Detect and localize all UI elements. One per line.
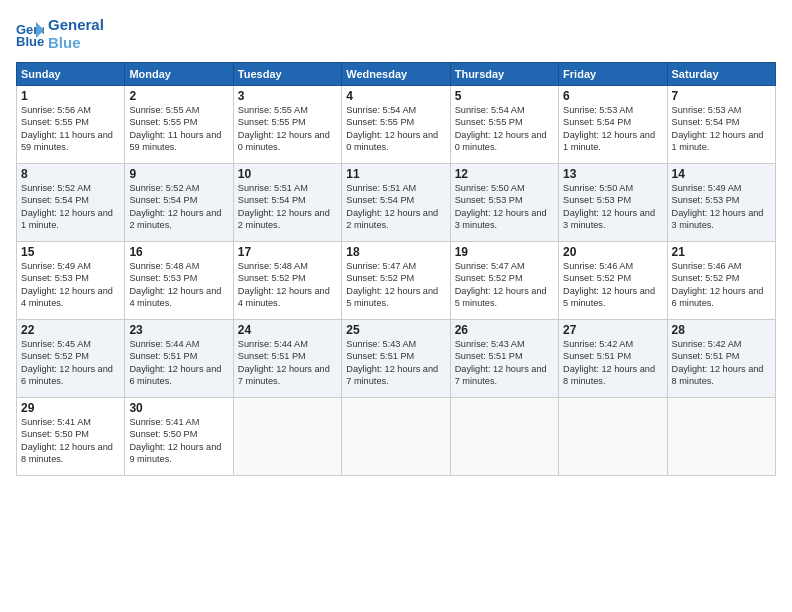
calendar-header-row: Sunday Monday Tuesday Wednesday Thursday… [17, 63, 776, 86]
day-info: Sunrise: 5:41 AMSunset: 5:50 PMDaylight:… [129, 417, 221, 464]
col-friday: Friday [559, 63, 667, 86]
day-number: 25 [346, 323, 445, 337]
calendar-cell [233, 398, 341, 476]
day-number: 20 [563, 245, 662, 259]
day-number: 13 [563, 167, 662, 181]
calendar-cell: 18 Sunrise: 5:47 AMSunset: 5:52 PMDaylig… [342, 242, 450, 320]
day-info: Sunrise: 5:46 AMSunset: 5:52 PMDaylight:… [672, 261, 764, 308]
day-info: Sunrise: 5:50 AMSunset: 5:53 PMDaylight:… [455, 183, 547, 230]
calendar-cell [342, 398, 450, 476]
calendar-cell: 19 Sunrise: 5:47 AMSunset: 5:52 PMDaylig… [450, 242, 558, 320]
day-info: Sunrise: 5:42 AMSunset: 5:51 PMDaylight:… [563, 339, 655, 386]
calendar-cell: 1 Sunrise: 5:56 AMSunset: 5:55 PMDayligh… [17, 86, 125, 164]
calendar-row-5: 29 Sunrise: 5:41 AMSunset: 5:50 PMDaylig… [17, 398, 776, 476]
day-number: 21 [672, 245, 771, 259]
calendar-cell: 11 Sunrise: 5:51 AMSunset: 5:54 PMDaylig… [342, 164, 450, 242]
logo-icon: General Blue [16, 20, 44, 48]
day-info: Sunrise: 5:41 AMSunset: 5:50 PMDaylight:… [21, 417, 113, 464]
calendar-cell: 22 Sunrise: 5:45 AMSunset: 5:52 PMDaylig… [17, 320, 125, 398]
calendar-cell: 20 Sunrise: 5:46 AMSunset: 5:52 PMDaylig… [559, 242, 667, 320]
col-thursday: Thursday [450, 63, 558, 86]
day-info: Sunrise: 5:51 AMSunset: 5:54 PMDaylight:… [238, 183, 330, 230]
day-number: 30 [129, 401, 228, 415]
day-info: Sunrise: 5:47 AMSunset: 5:52 PMDaylight:… [455, 261, 547, 308]
calendar-row-4: 22 Sunrise: 5:45 AMSunset: 5:52 PMDaylig… [17, 320, 776, 398]
day-number: 9 [129, 167, 228, 181]
calendar-cell: 3 Sunrise: 5:55 AMSunset: 5:55 PMDayligh… [233, 86, 341, 164]
day-number: 18 [346, 245, 445, 259]
day-number: 3 [238, 89, 337, 103]
day-info: Sunrise: 5:43 AMSunset: 5:51 PMDaylight:… [455, 339, 547, 386]
calendar-cell: 23 Sunrise: 5:44 AMSunset: 5:51 PMDaylig… [125, 320, 233, 398]
calendar-cell: 14 Sunrise: 5:49 AMSunset: 5:53 PMDaylig… [667, 164, 775, 242]
day-number: 28 [672, 323, 771, 337]
day-info: Sunrise: 5:48 AMSunset: 5:53 PMDaylight:… [129, 261, 221, 308]
day-number: 10 [238, 167, 337, 181]
day-number: 2 [129, 89, 228, 103]
calendar-cell: 16 Sunrise: 5:48 AMSunset: 5:53 PMDaylig… [125, 242, 233, 320]
svg-text:Blue: Blue [16, 34, 44, 48]
day-number: 1 [21, 89, 120, 103]
calendar-row-3: 15 Sunrise: 5:49 AMSunset: 5:53 PMDaylig… [17, 242, 776, 320]
logo: General Blue General Blue [16, 16, 104, 52]
calendar-cell: 24 Sunrise: 5:44 AMSunset: 5:51 PMDaylig… [233, 320, 341, 398]
day-number: 6 [563, 89, 662, 103]
day-number: 5 [455, 89, 554, 103]
day-number: 29 [21, 401, 120, 415]
day-info: Sunrise: 5:54 AMSunset: 5:55 PMDaylight:… [346, 105, 438, 152]
day-number: 24 [238, 323, 337, 337]
calendar-cell: 8 Sunrise: 5:52 AMSunset: 5:54 PMDayligh… [17, 164, 125, 242]
logo-subtext: Blue [48, 34, 104, 52]
day-info: Sunrise: 5:43 AMSunset: 5:51 PMDaylight:… [346, 339, 438, 386]
col-sunday: Sunday [17, 63, 125, 86]
calendar-cell: 30 Sunrise: 5:41 AMSunset: 5:50 PMDaylig… [125, 398, 233, 476]
day-number: 11 [346, 167, 445, 181]
day-info: Sunrise: 5:49 AMSunset: 5:53 PMDaylight:… [21, 261, 113, 308]
col-saturday: Saturday [667, 63, 775, 86]
day-info: Sunrise: 5:52 AMSunset: 5:54 PMDaylight:… [129, 183, 221, 230]
day-info: Sunrise: 5:51 AMSunset: 5:54 PMDaylight:… [346, 183, 438, 230]
day-number: 15 [21, 245, 120, 259]
calendar-cell: 5 Sunrise: 5:54 AMSunset: 5:55 PMDayligh… [450, 86, 558, 164]
day-number: 23 [129, 323, 228, 337]
day-number: 22 [21, 323, 120, 337]
day-number: 12 [455, 167, 554, 181]
day-number: 17 [238, 245, 337, 259]
day-info: Sunrise: 5:56 AMSunset: 5:55 PMDaylight:… [21, 105, 113, 152]
day-info: Sunrise: 5:53 AMSunset: 5:54 PMDaylight:… [672, 105, 764, 152]
day-info: Sunrise: 5:48 AMSunset: 5:52 PMDaylight:… [238, 261, 330, 308]
day-info: Sunrise: 5:45 AMSunset: 5:52 PMDaylight:… [21, 339, 113, 386]
day-info: Sunrise: 5:50 AMSunset: 5:53 PMDaylight:… [563, 183, 655, 230]
calendar-cell: 26 Sunrise: 5:43 AMSunset: 5:51 PMDaylig… [450, 320, 558, 398]
calendar-cell: 10 Sunrise: 5:51 AMSunset: 5:54 PMDaylig… [233, 164, 341, 242]
day-number: 8 [21, 167, 120, 181]
day-info: Sunrise: 5:42 AMSunset: 5:51 PMDaylight:… [672, 339, 764, 386]
calendar-cell: 28 Sunrise: 5:42 AMSunset: 5:51 PMDaylig… [667, 320, 775, 398]
calendar-cell: 9 Sunrise: 5:52 AMSunset: 5:54 PMDayligh… [125, 164, 233, 242]
day-number: 7 [672, 89, 771, 103]
calendar-row-1: 1 Sunrise: 5:56 AMSunset: 5:55 PMDayligh… [17, 86, 776, 164]
calendar-row-2: 8 Sunrise: 5:52 AMSunset: 5:54 PMDayligh… [17, 164, 776, 242]
page: General Blue General Blue Sunday Monday … [0, 0, 792, 612]
day-number: 14 [672, 167, 771, 181]
calendar-cell: 4 Sunrise: 5:54 AMSunset: 5:55 PMDayligh… [342, 86, 450, 164]
col-tuesday: Tuesday [233, 63, 341, 86]
calendar-cell: 15 Sunrise: 5:49 AMSunset: 5:53 PMDaylig… [17, 242, 125, 320]
calendar-cell [559, 398, 667, 476]
col-wednesday: Wednesday [342, 63, 450, 86]
day-info: Sunrise: 5:53 AMSunset: 5:54 PMDaylight:… [563, 105, 655, 152]
calendar-cell: 27 Sunrise: 5:42 AMSunset: 5:51 PMDaylig… [559, 320, 667, 398]
calendar-cell: 25 Sunrise: 5:43 AMSunset: 5:51 PMDaylig… [342, 320, 450, 398]
day-number: 16 [129, 245, 228, 259]
day-info: Sunrise: 5:44 AMSunset: 5:51 PMDaylight:… [129, 339, 221, 386]
calendar-cell: 12 Sunrise: 5:50 AMSunset: 5:53 PMDaylig… [450, 164, 558, 242]
calendar-cell: 6 Sunrise: 5:53 AMSunset: 5:54 PMDayligh… [559, 86, 667, 164]
logo-text: General [48, 16, 104, 34]
header: General Blue General Blue [16, 16, 776, 52]
calendar-cell: 29 Sunrise: 5:41 AMSunset: 5:50 PMDaylig… [17, 398, 125, 476]
day-info: Sunrise: 5:47 AMSunset: 5:52 PMDaylight:… [346, 261, 438, 308]
day-number: 19 [455, 245, 554, 259]
calendar-cell [667, 398, 775, 476]
day-number: 4 [346, 89, 445, 103]
col-monday: Monday [125, 63, 233, 86]
